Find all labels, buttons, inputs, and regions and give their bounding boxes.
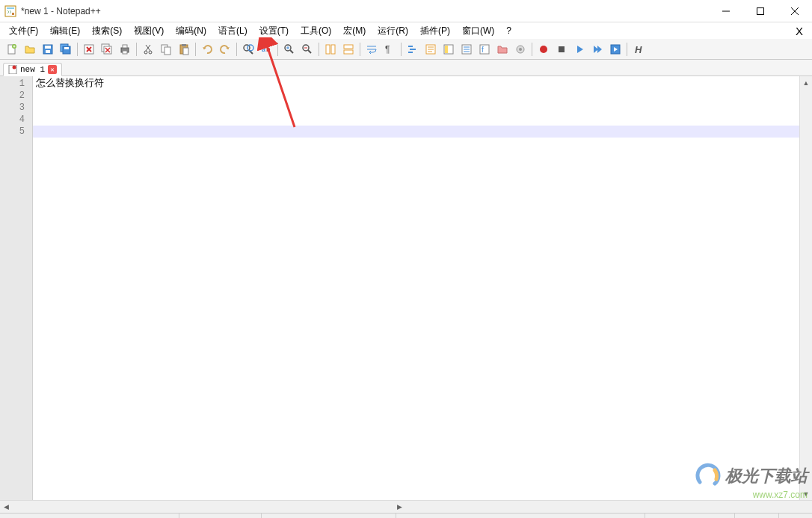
save-icon[interactable] <box>40 41 56 58</box>
menu-help[interactable]: ? <box>500 24 517 37</box>
horizontal-scrollbar[interactable]: ◀ ▶ <box>0 501 406 513</box>
menu-search[interactable]: 搜索(S) <box>86 23 128 39</box>
sync-v-icon[interactable] <box>322 41 339 58</box>
tabstrip: new 1 ✕ <box>0 60 812 76</box>
code-area[interactable]: 怎么替换换行符 <box>33 76 799 500</box>
close-button[interactable] <box>778 0 812 22</box>
menubar: 文件(F) 编辑(E) 搜索(S) 视图(V) 编码(N) 语言(L) 设置(T… <box>0 22 812 39</box>
monitor-icon[interactable] <box>512 41 529 58</box>
menubar-close-icon[interactable]: X <box>790 25 809 37</box>
replace-icon[interactable]: ab <box>258 41 274 58</box>
open-file-icon[interactable] <box>22 41 38 58</box>
macro-save-icon[interactable] <box>607 41 624 58</box>
svg-rect-48 <box>326 45 330 54</box>
menu-language[interactable]: 语言(L) <box>212 23 253 39</box>
svg-line-47 <box>308 50 311 53</box>
save-all-icon[interactable] <box>58 41 74 58</box>
svg-rect-2 <box>12 13 14 15</box>
redo-icon[interactable] <box>217 41 233 58</box>
maximize-button[interactable] <box>743 0 778 22</box>
menu-window[interactable]: 窗口(W) <box>456 23 500 39</box>
menu-run[interactable]: 运行(R) <box>372 23 414 39</box>
menu-settings[interactable]: 设置(T) <box>253 23 295 39</box>
sync-h-icon[interactable] <box>340 41 357 58</box>
svg-rect-26 <box>123 51 127 54</box>
document-tab[interactable]: new 1 ✕ <box>3 63 62 76</box>
menu-view[interactable]: 视图(V) <box>128 23 170 39</box>
statusbar: Normal text file length : 29 lines : 5 L… <box>0 513 812 518</box>
vertical-scrollbar[interactable]: ▲ ▼ <box>799 76 812 500</box>
doc-list-icon[interactable] <box>458 41 475 58</box>
titlebar: *new 1 - Notepad++ <box>0 0 812 22</box>
doc-map-icon[interactable] <box>440 41 457 58</box>
paste-icon[interactable] <box>176 41 192 58</box>
svg-rect-12 <box>45 46 51 49</box>
svg-line-44 <box>290 50 293 53</box>
line-number: 5 <box>0 126 32 138</box>
svg-rect-4 <box>757 7 764 14</box>
macro-record-icon[interactable] <box>535 41 552 58</box>
user-lang-icon[interactable] <box>422 41 439 58</box>
svg-text:H: H <box>635 44 642 55</box>
svg-rect-34 <box>182 44 186 46</box>
minimize-button[interactable] <box>709 0 743 22</box>
copy-icon[interactable] <box>158 41 174 58</box>
code-line <box>33 114 799 126</box>
close-all-icon[interactable] <box>99 41 115 58</box>
svg-rect-50 <box>344 45 353 49</box>
status-encoding[interactable]: UTF-8 <box>735 514 779 518</box>
print-icon[interactable] <box>117 41 133 58</box>
scroll-corner <box>406 501 812 513</box>
zoom-in-icon[interactable] <box>281 41 298 58</box>
line-number: 4 <box>0 114 32 126</box>
menu-file[interactable]: 文件(F) <box>3 23 44 39</box>
code-line <box>33 102 799 114</box>
wrap-icon[interactable] <box>363 41 380 58</box>
editor-area: 1 2 3 4 5 怎么替换换行符 ▲ ▼ <box>0 76 812 500</box>
close-file-icon[interactable] <box>81 41 97 58</box>
scroll-down-icon[interactable]: ▼ <box>800 487 812 500</box>
code-line-current <box>33 126 799 138</box>
scroll-left-icon[interactable]: ◀ <box>0 503 13 511</box>
macro-play-multi-icon[interactable] <box>589 41 606 58</box>
menu-edit[interactable]: 编辑(E) <box>44 23 86 39</box>
find-icon[interactable] <box>240 41 256 58</box>
status-filetype: Normal text file <box>0 514 179 518</box>
svg-rect-13 <box>46 50 50 53</box>
indent-guide-icon[interactable] <box>405 41 421 58</box>
scroll-right-icon[interactable]: ▶ <box>393 503 406 511</box>
svg-point-77 <box>13 66 16 70</box>
status-lines: lines : 5 <box>262 514 396 518</box>
menu-plugins[interactable]: 插件(P) <box>414 23 456 39</box>
svg-rect-32 <box>164 47 170 55</box>
status-mode[interactable]: INS <box>779 514 812 518</box>
window-title: *new 1 - Notepad++ <box>21 6 709 16</box>
menu-macro[interactable]: 宏(M) <box>337 23 372 39</box>
svg-rect-63 <box>445 46 448 53</box>
menu-tools[interactable]: 工具(O) <box>295 23 337 39</box>
status-eol[interactable]: Windows (CR LF) <box>645 514 735 518</box>
new-file-icon[interactable] <box>4 41 20 58</box>
cut-icon[interactable] <box>140 41 156 58</box>
line-number: 3 <box>0 102 32 114</box>
scroll-up-icon[interactable]: ▲ <box>800 76 812 89</box>
code-line <box>33 90 799 102</box>
bold-icon[interactable]: H <box>630 41 647 58</box>
code-line: 怎么替换换行符 <box>33 78 799 90</box>
undo-icon[interactable] <box>199 41 215 58</box>
svg-rect-49 <box>331 45 335 54</box>
zoom-out-icon[interactable] <box>299 41 316 58</box>
macro-stop-icon[interactable] <box>553 41 570 58</box>
toolbar: ab ¶ f H <box>0 39 812 60</box>
macro-play-icon[interactable] <box>571 41 588 58</box>
func-list-icon[interactable]: f <box>476 41 493 58</box>
folder-workspace-icon[interactable] <box>494 41 511 58</box>
svg-point-72 <box>540 46 547 53</box>
app-icon <box>4 5 16 17</box>
line-number-gutter: 1 2 3 4 5 <box>0 76 33 500</box>
menu-encoding[interactable]: 编码(N) <box>170 23 212 39</box>
svg-rect-73 <box>559 46 565 52</box>
svg-point-27 <box>144 51 147 54</box>
tab-close-icon[interactable]: ✕ <box>48 65 57 74</box>
show-all-chars-icon[interactable]: ¶ <box>381 41 398 58</box>
